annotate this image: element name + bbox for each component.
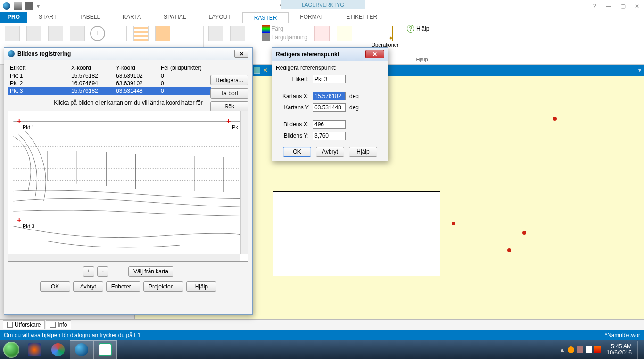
ribbon-btn-4[interactable] xyxy=(69,25,86,43)
image-preview[interactable]: + Pkt 1 + Pk + Pkt 3 xyxy=(8,111,248,262)
tab-layout[interactable]: LAYOUT xyxy=(198,12,242,23)
help-circle-icon: ? xyxy=(407,25,414,33)
ribbon-fire-icon[interactable] xyxy=(154,25,171,43)
redigera-button[interactable]: Redigera... xyxy=(210,75,248,85)
tab-pro[interactable]: PRO xyxy=(0,12,27,23)
tray-icon[interactable] xyxy=(568,346,574,353)
dialog-title: Redigera referenspunkt xyxy=(276,51,339,58)
enheter-button[interactable]: Enheter... xyxy=(106,281,140,292)
tab-etiketter[interactable]: ETIKETTER xyxy=(335,12,388,23)
close-icon[interactable]: ✕ xyxy=(633,3,641,9)
dialog-titlebar[interactable]: Redigera referenspunkt ✕ xyxy=(272,48,388,61)
table-row-selected[interactable]: Pkt 315.57618263.5314480 xyxy=(8,87,211,95)
tab-raster[interactable]: RASTER xyxy=(242,12,289,23)
ribbon-tabs: PRO START TABELL KARTA SPATIAL LAYOUT RA… xyxy=(0,12,644,23)
ok-button[interactable]: OK xyxy=(283,147,311,157)
ribbon-fx-icon[interactable] xyxy=(314,25,330,43)
zoom-out-button[interactable]: - xyxy=(97,266,108,277)
tab-info[interactable]: Info xyxy=(46,320,71,329)
scrollbar-vertical[interactable] xyxy=(240,111,248,254)
tray-icon[interactable] xyxy=(594,346,601,353)
dialog-close-button[interactable]: ✕ xyxy=(365,50,384,58)
tray-clock[interactable]: 5:45 AM 10/6/2016 xyxy=(604,344,635,356)
projektion-button[interactable]: Projektion... xyxy=(143,281,183,292)
pkt-label: Pkt 3 xyxy=(23,223,34,229)
bildensy-field[interactable] xyxy=(313,132,346,140)
qat-icon-1[interactable] xyxy=(14,2,22,10)
kartansx-field[interactable] xyxy=(313,92,346,100)
tray-up-icon[interactable]: ▲ xyxy=(560,346,565,353)
dialog-icon xyxy=(8,50,15,57)
tab-utforskare[interactable]: Utforskare xyxy=(3,320,45,329)
ribbon-grid-icon[interactable] xyxy=(132,25,149,43)
status-document: *Namnlös.wor xyxy=(605,332,640,338)
taskbar-firefox[interactable] xyxy=(23,340,46,359)
start-button[interactable] xyxy=(0,340,23,359)
doc-tab-close-icon[interactable]: ✕ xyxy=(263,67,268,74)
dialog-titlebar[interactable]: Bildens registrering ✕ xyxy=(4,48,252,60)
table-row[interactable]: Pkt 115.57618263.6391020 xyxy=(8,72,211,80)
tabstrip-dropdown-icon[interactable]: ▾ xyxy=(638,67,644,74)
tab-format[interactable]: FORMAT xyxy=(289,12,335,23)
sketch-svg xyxy=(8,111,248,261)
kartansy-field[interactable] xyxy=(313,103,346,112)
dialog-close-button[interactable]: ✕ xyxy=(234,50,248,58)
control-point-marker[interactable]: + xyxy=(17,217,24,223)
points-table[interactable]: Etikett X-koord Y-koord Fel (bildpunkter… xyxy=(8,64,211,95)
tab-start[interactable]: START xyxy=(27,12,68,23)
tab-tabell[interactable]: TABELL xyxy=(68,12,111,23)
ribbon-sun-icon[interactable] xyxy=(336,25,353,43)
ribbon-group-hjalp: Hjälp xyxy=(407,57,437,62)
image-registration-dialog: Bildens registrering ✕ Etikett X-koord Y… xyxy=(4,47,253,315)
tray-icons[interactable]: ▲ xyxy=(560,346,601,353)
contextual-tab-label[interactable]: LAGERVERKTYG xyxy=(281,0,365,9)
minimize-icon[interactable]: — xyxy=(604,3,613,9)
valj-fran-karta-button[interactable]: Välj från karta xyxy=(128,266,173,277)
show-desktop-button[interactable] xyxy=(637,341,641,359)
taskbar-chrome[interactable] xyxy=(46,340,70,359)
help-icon[interactable]: ? xyxy=(590,3,599,9)
kartansx-label: Kartans X: xyxy=(276,93,309,99)
table-row[interactable]: Pkt 216.07469463.6391020 xyxy=(8,80,211,87)
avbryt-button[interactable]: Avbryt xyxy=(316,147,344,157)
unit-label: deg xyxy=(349,93,359,99)
tab-karta[interactable]: KARTA xyxy=(111,12,152,23)
etikett-field[interactable] xyxy=(313,75,346,83)
zoom-in-button[interactable]: + xyxy=(83,266,94,277)
control-point-marker[interactable]: + xyxy=(226,118,233,124)
sok-button[interactable]: Sök xyxy=(210,101,248,112)
ribbon-fargutj-label[interactable]: Färgutjämning xyxy=(272,34,308,41)
taskbar: ▲ 5:45 AM 10/6/2016 xyxy=(0,340,644,359)
ribbon-farg-label[interactable]: Färg xyxy=(272,25,283,32)
doc-tab-icon[interactable] xyxy=(254,67,260,74)
tray-volume-icon[interactable] xyxy=(586,346,592,353)
avbryt-button[interactable]: Avbryt xyxy=(73,281,103,292)
maximize-icon[interactable]: ▢ xyxy=(619,3,627,9)
scrollbar-horizontal[interactable] xyxy=(8,254,240,261)
taskbar-libreoffice[interactable] xyxy=(93,340,117,359)
hjalp-button[interactable]: ? Hjälp xyxy=(407,25,437,33)
map-point xyxy=(452,222,455,225)
control-point-marker[interactable]: + xyxy=(17,118,24,124)
hjalp-button[interactable]: Hjälp xyxy=(186,281,216,292)
tab-spatial[interactable]: SPATIAL xyxy=(152,12,198,23)
table-header: Etikett X-koord Y-koord Fel (bildpunkter… xyxy=(8,64,211,72)
ribbon-btn-2[interactable] xyxy=(25,25,42,43)
ribbon-btn-3[interactable] xyxy=(47,25,64,43)
ribbon-stats-icon[interactable] xyxy=(111,25,128,43)
ribbon-btn-1[interactable] xyxy=(4,25,21,43)
qat-icon-2[interactable] xyxy=(25,2,33,10)
ribbon-band-1[interactable] xyxy=(207,25,224,43)
tabort-button[interactable]: Ta bort xyxy=(210,88,248,99)
ok-button[interactable]: OK xyxy=(40,281,70,292)
bildensx-field[interactable] xyxy=(313,120,346,129)
map-point xyxy=(553,117,557,121)
ribbon-band-2[interactable] xyxy=(229,25,246,43)
unit-label: deg xyxy=(349,104,359,111)
explorer-icon xyxy=(7,322,13,328)
tray-icon[interactable] xyxy=(577,346,583,353)
taskbar-mapinfo[interactable] xyxy=(70,340,93,359)
bottom-panel-tabs: Utforskare Info xyxy=(0,320,644,330)
hjalp-button[interactable]: Hjälp xyxy=(349,147,377,157)
ribbon-info-icon[interactable]: i xyxy=(89,25,106,43)
